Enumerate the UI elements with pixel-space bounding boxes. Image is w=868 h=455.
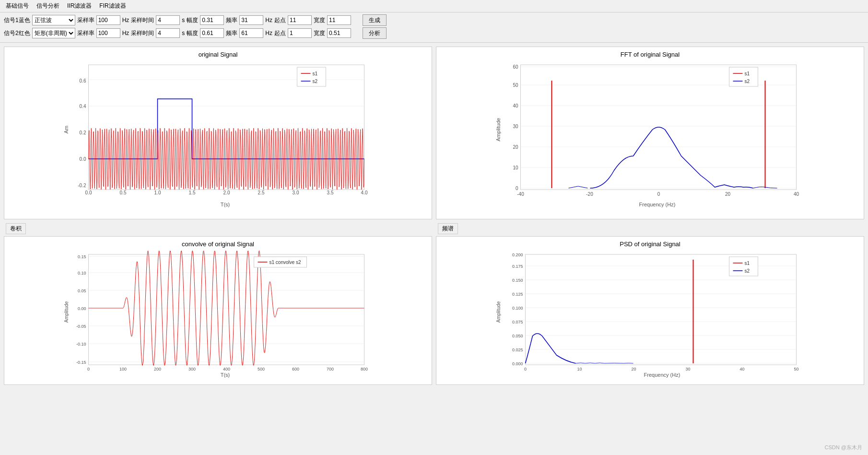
svg-rect-27 [89,254,364,365]
signal1-sampletime-input[interactable] [156,15,180,25]
signal1-width-input[interactable] [327,15,351,25]
svg-text:Frequency (Hz): Frequency (Hz) [639,202,676,207]
signal1-samplerate-input[interactable] [96,15,120,25]
signal1-sampletime-label: 采样时间 [131,16,154,24]
svg-text:0.125: 0.125 [512,292,523,297]
signal1-hz1-label: Hz [122,17,129,24]
signal2-sampletime-label: 采样时间 [131,29,154,37]
button-group: 生成 [363,14,387,26]
svg-text:Amplitude: Amplitude [496,301,501,323]
signal2-start-input[interactable] [288,28,312,38]
svg-text:60: 60 [513,64,518,70]
analyze-button[interactable]: 分析 [363,27,387,39]
svg-text:T(s): T(s) [221,202,230,207]
signal1-start-label: 起点 [274,16,286,24]
signal2-s1-label: s [182,30,185,36]
svg-text:0: 0 [87,367,90,371]
signal2-sampletime-input[interactable] [156,28,180,38]
svg-text:1.0: 1.0 [154,190,161,195]
signal2-amplitude-input[interactable] [200,28,224,38]
svg-text:-0.05: -0.05 [76,324,86,329]
svg-text:s2: s2 [745,79,750,84]
svg-text:Amplitude: Amplitude [64,301,69,323]
svg-text:-0.15: -0.15 [76,360,86,365]
svg-text:0.6: 0.6 [80,78,86,84]
menu-item-fir-filter[interactable]: FIR滤波器 [95,1,129,11]
fft-svg: Amplitude Frequency (Hz) 0 10 20 30 40 5… [440,60,860,209]
svg-text:-20: -20 [586,192,593,197]
signal2-freq-label: 频率 [226,29,237,37]
psd-chart: PSD of original Signal Amplitude Frequen… [436,236,864,385]
svg-text:0.0: 0.0 [80,156,86,162]
menu-item-basic-signal[interactable]: 基础信号 [2,1,33,11]
fft-title: FFT of original Signal [440,51,860,58]
svg-text:700: 700 [327,367,334,371]
signal1-type-select[interactable]: 正弦波 余弦波 方波 矩形(非周期) [32,15,75,25]
signal2-freq-input[interactable] [239,28,263,38]
svg-text:Frequency (Hz): Frequency (Hz) [644,372,680,378]
convolve-title: convolve of original Signal [8,240,428,248]
signal2-amplitude-label: 幅度 [187,29,198,37]
svg-text:0.000: 0.000 [512,361,523,366]
signal1-start-input[interactable] [288,15,312,25]
svg-text:0.10: 0.10 [78,271,86,275]
svg-text:s1: s1 [745,261,750,266]
svg-text:100: 100 [119,367,127,371]
svg-text:10: 10 [577,367,582,371]
svg-text:s2: s2 [313,79,318,84]
signal1-hz2-label: Hz [265,17,272,24]
signal2-row: 信号2红色 正弦波 余弦波 方波 矩形(非周期) 采样率 Hz 采样时间 s 幅… [4,27,864,39]
signal2-type-select[interactable]: 正弦波 余弦波 方波 矩形(非周期) [32,28,75,38]
svg-text:40: 40 [739,367,744,371]
svg-text:0: 0 [516,186,518,191]
top-right-chart-area: FFT of original Signal Amplitude Frequen… [434,45,866,387]
svg-text:0.4: 0.4 [80,104,86,109]
svg-rect-113 [729,257,758,276]
controls-panel: 信号1蓝色 正弦波 余弦波 方波 矩形(非周期) 采样率 Hz 采样时间 s 幅… [0,12,868,43]
svg-text:0.150: 0.150 [512,278,523,283]
svg-text:1.5: 1.5 [189,190,196,195]
signal1-row: 信号1蓝色 正弦波 余弦波 方波 矩形(非周期) 采样率 Hz 采样时间 s 幅… [4,14,864,26]
svg-text:0.05: 0.05 [78,288,86,293]
menu-item-iir-filter[interactable]: IIR滤波器 [63,1,95,11]
generate-button[interactable]: 生成 [363,14,387,26]
svg-text:200: 200 [154,367,161,371]
svg-text:-0.10: -0.10 [76,342,86,347]
svg-text:800: 800 [361,367,368,371]
signal2-samplerate-input[interactable] [96,28,120,38]
psd-svg: Amplitude Frequency (Hz) 0.000 0.025 0.0… [440,250,860,379]
svg-text:0.050: 0.050 [512,334,523,338]
svg-text:0.025: 0.025 [512,347,523,352]
svg-text:2.0: 2.0 [223,190,230,195]
svg-text:10: 10 [513,165,518,170]
svg-text:0.075: 0.075 [512,320,523,324]
original-signal-title: original Signal [8,51,428,58]
signal2-samplerate-label: 采样率 [77,29,94,37]
svg-text:20: 20 [631,367,636,371]
signal2-hz2-label: Hz [265,30,272,36]
svg-text:s1: s1 [745,71,750,76]
svg-text:0.0: 0.0 [85,190,92,195]
signal1-freq-input[interactable] [239,15,263,25]
menu-item-signal-analysis[interactable]: 信号分析 [33,1,63,11]
svg-text:30: 30 [685,367,690,371]
convolve-section-label[interactable]: 卷积 [6,223,26,234]
svg-text:600: 600 [292,367,299,371]
signal1-amplitude-input[interactable] [200,15,224,25]
original-signal-chart: original Signal Am T(s) -0.2 0.0 0.2 0.4… [4,47,432,219]
main-content: original Signal Am T(s) -0.2 0.0 0.2 0.4… [0,43,868,389]
svg-rect-22 [297,67,326,86]
svg-text:0: 0 [524,367,527,371]
signal2-label: 信号2红色 [4,29,30,37]
svg-text:400: 400 [223,367,230,371]
svg-text:0.200: 0.200 [512,252,523,257]
signal2-width-input[interactable] [327,28,351,38]
convolve-svg: Amplitude T(s) -0.15 -0.10 -0.05 0.00 0.… [8,250,428,379]
svg-text:30: 30 [513,124,518,129]
fft-chart: FFT of original Signal Amplitude Frequen… [436,47,864,219]
svg-text:4.0: 4.0 [361,190,368,195]
menu-bar: 基础信号 信号分析 IIR滤波器 FIR滤波器 [0,0,868,12]
svg-text:50: 50 [513,83,518,88]
spectrum-section-label[interactable]: 频谱 [438,223,458,234]
convolve-chart: convolve of original Signal Amplitude T(… [4,236,432,385]
